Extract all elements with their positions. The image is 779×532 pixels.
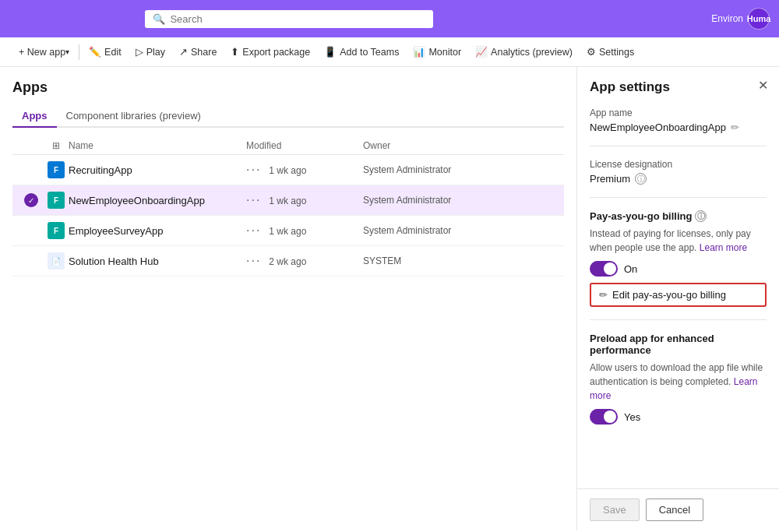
add-to-teams-button[interactable]: 📱 Add to Teams <box>318 42 405 62</box>
more-options-icon[interactable]: ··· <box>246 193 261 206</box>
col-owner-header: Owner <box>363 140 519 151</box>
billing-toggle[interactable] <box>590 261 618 277</box>
row-dots: ··· 1 wk ago <box>246 193 363 207</box>
app-icon: F <box>48 222 65 239</box>
share-icon: ↗ <box>179 46 188 58</box>
more-options-icon[interactable]: ··· <box>246 254 261 267</box>
settings-title: App settings <box>590 79 767 95</box>
app-name-label: App name <box>590 107 767 118</box>
tab-component-libraries[interactable]: Component libraries (preview) <box>57 105 210 128</box>
new-app-button[interactable]: + New app ▾ <box>12 43 76 62</box>
billing-desc: Instead of paying for licenses, only pay… <box>590 227 767 255</box>
monitor-label: Monitor <box>428 47 461 58</box>
preload-toggle-row: Yes <box>590 409 767 425</box>
row-name: EmployeeSurveyApp <box>69 225 246 237</box>
license-value: Premium ⓘ <box>590 173 767 185</box>
table-row[interactable]: F EmployeeSurveyApp ··· 1 wk ago System … <box>12 216 564 246</box>
avatar[interactable]: Huma <box>748 8 770 30</box>
export-package-button[interactable]: ⬆ Export package <box>224 42 316 62</box>
apps-panel: Apps Apps Component libraries (preview) … <box>0 67 576 530</box>
settings-label: Settings <box>599 47 634 58</box>
row-name: Solution Health Hub <box>69 255 246 267</box>
col-icon: 📄 <box>44 252 69 270</box>
chevron-down-icon: ▾ <box>65 48 69 56</box>
edit-billing-label: Edit pay-as-you-go billing <box>612 289 726 301</box>
search-icon: 🔍 <box>153 13 165 25</box>
analytics-icon: 📈 <box>475 46 488 58</box>
billing-toggle-row: On <box>590 261 767 277</box>
app-name-value: NewEmployeeOnboardingApp ✏ <box>590 122 767 133</box>
settings-footer: Save Cancel <box>577 488 779 530</box>
row-check-selected: ✓ <box>24 193 38 207</box>
edit-icon: ✏️ <box>89 46 101 58</box>
search-box[interactable]: 🔍 <box>145 10 433 28</box>
billing-section: Pay-as-you-go billing ⓘ Instead of payin… <box>590 210 767 320</box>
app-icon: F <box>48 161 65 178</box>
billing-learn-more-link[interactable]: Learn more <box>700 242 747 253</box>
edit-app-name-icon[interactable]: ✏ <box>731 122 739 133</box>
billing-label: Pay-as-you-go billing ⓘ <box>590 210 767 222</box>
analytics-button[interactable]: 📈 Analytics (preview) <box>469 42 579 62</box>
close-icon[interactable]: ✕ <box>758 78 768 93</box>
billing-info-icon[interactable]: ⓘ <box>695 210 707 222</box>
topbar: 🔍 Environ Huma <box>0 0 779 37</box>
row-name: NewEmployeeOnboardingApp <box>69 195 246 206</box>
cancel-button[interactable]: Cancel <box>646 499 703 521</box>
play-button[interactable]: ▷ Play <box>129 42 171 62</box>
row-modified-value: 1 wk ago <box>269 165 306 176</box>
row-owner: SYSTEM <box>363 255 519 266</box>
export-icon: ⬆ <box>231 46 239 58</box>
more-options-icon[interactable]: ··· <box>246 163 261 176</box>
preload-label: Preload app for enhanced performance <box>590 333 767 356</box>
teams-icon: 📱 <box>324 46 337 58</box>
topbar-right: Environ Huma <box>711 8 770 30</box>
row-modified-value: 2 wk ago <box>269 256 306 267</box>
settings-button[interactable]: ⚙ Settings <box>580 42 640 62</box>
license-label: License designation <box>590 159 767 170</box>
table-row[interactable]: ✓ F NewEmployeeOnboardingApp ··· 1 wk ag… <box>12 185 564 216</box>
col-icon: F <box>44 192 69 209</box>
row-owner: System Administrator <box>363 164 519 175</box>
page-title: Apps <box>12 79 564 96</box>
row-dots: ··· 1 wk ago <box>246 224 363 238</box>
toolbar-separator <box>79 44 79 60</box>
search-input[interactable] <box>170 13 425 25</box>
col-name-header: Name <box>69 140 246 151</box>
tab-apps[interactable]: Apps <box>12 105 57 128</box>
row-owner: System Administrator <box>363 195 519 206</box>
preload-section: Preload app for enhanced performance All… <box>590 333 767 443</box>
save-button[interactable]: Save <box>590 499 640 521</box>
preload-desc: Allow users to download the app file whi… <box>590 361 767 403</box>
row-owner: System Administrator <box>363 225 519 236</box>
monitor-button[interactable]: 📊 Monitor <box>407 42 467 62</box>
play-icon: ▷ <box>136 46 143 58</box>
toolbar: + New app ▾ ✏️ Edit ▷ Play ↗ Share ⬆ Exp… <box>0 37 779 67</box>
share-button[interactable]: ↗ Share <box>173 42 223 62</box>
play-label: Play <box>146 47 165 58</box>
edit-billing-button[interactable]: ✏ Edit pay-as-you-go billing <box>590 283 767 307</box>
export-label: Export package <box>242 47 310 58</box>
row-name: RecruitingApp <box>69 164 246 176</box>
tabs: Apps Component libraries (preview) <box>12 105 564 128</box>
more-options-icon[interactable]: ··· <box>246 224 261 237</box>
header-icon: ⊞ <box>44 140 69 151</box>
pencil-icon: ✏ <box>599 289 608 301</box>
license-section: License designation Premium ⓘ <box>590 159 767 198</box>
app-icon: F <box>48 192 65 209</box>
table-row[interactable]: F RecruitingApp ··· 1 wk ago System Admi… <box>12 155 564 185</box>
settings-panel: App settings ✕ App name NewEmployeeOnboa… <box>576 67 779 530</box>
row-dots: ··· 2 wk ago <box>246 254 363 268</box>
share-label: Share <box>191 47 217 58</box>
billing-toggle-label: On <box>624 263 637 275</box>
license-info-icon[interactable]: ⓘ <box>635 173 647 185</box>
table-header: ⊞ Name Modified Owner <box>12 137 564 155</box>
row-modified-value: 1 wk ago <box>269 226 306 237</box>
preload-toggle[interactable] <box>590 409 618 425</box>
col-icon: F <box>44 222 69 239</box>
row-modified-value: 1 wk ago <box>269 196 306 206</box>
table-row[interactable]: 📄 Solution Health Hub ··· 2 wk ago SYSTE… <box>12 246 564 277</box>
edit-button[interactable]: ✏️ Edit <box>83 42 128 62</box>
gear-icon: ⚙ <box>587 46 596 58</box>
app-icon: 📄 <box>48 252 65 270</box>
row-dots: ··· 1 wk ago <box>246 163 363 177</box>
